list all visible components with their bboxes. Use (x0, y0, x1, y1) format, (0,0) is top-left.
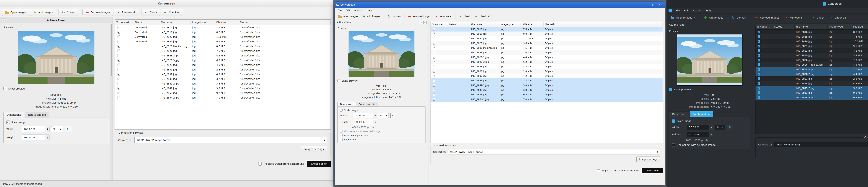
IMG_2821.jpg[interactable]: Converted IMG_2821.jpg jpg 9.6 MiB /User… (115, 39, 331, 44)
IMG_2828-3.jpg[interactable]: IMG_2828-3.jpg jpg 6.2 MiB /Users/faster… (115, 58, 331, 63)
IMG_2854-2.jpg[interactable]: IMG_2854-2.jpg jpg 7.0 MiB /home/faster/… (755, 67, 868, 72)
IMG_2816.jpg[interactable]: IMG_2816.jpg jpg 8.8 MiB /home/faster/Pi… (755, 30, 868, 34)
IMG_2821.jpg[interactable]: IMG_2821.jpg jpg 9.6 MiB /home/faster/Pi… (755, 44, 868, 48)
column-header[interactable]: File name (795, 24, 828, 30)
choose-color-button[interactable]: Choose color (642, 168, 663, 173)
row-checkbox[interactable] (757, 40, 761, 43)
menu-item[interactable]: Edit (344, 8, 352, 12)
IMG_2849.jpg[interactable]: IMG_2849.jpg jpg 3.8 MiB D:\pics (431, 87, 663, 92)
IMG_2826-Modifica.jpg[interactable]: IMG_2826-Modifica.jpg jpg 4.5 MiB /Users… (115, 44, 331, 48)
row-checkbox[interactable] (757, 73, 761, 75)
IMG_2853.jpg[interactable]: IMG_2853.jpg jpg 9.2 MiB /Users/faster/p… (115, 90, 331, 95)
option-row[interactable]: Link aspect with selected image (672, 143, 748, 147)
IMG_2849.jpg[interactable]: IMG_2849.jpg jpg 3.8 MiB /home/faster/Pi… (755, 53, 868, 58)
IMG_2820.jpg[interactable]: Converted IMG_2820.jpg jpg 10.0 MiB /Use… (115, 34, 331, 39)
option-checkbox[interactable] (340, 138, 342, 141)
add-images-button[interactable]: Add images (360, 13, 382, 20)
column-header[interactable]: File size (522, 22, 544, 27)
IMG_2849.jpg[interactable]: IMG_2849.jpg jpg 3.8 MiB /Users/faster/p… (115, 86, 331, 90)
row-checkbox[interactable] (757, 35, 761, 38)
spin-down-icon[interactable]: ▼ (711, 135, 712, 136)
remove-all-button[interactable]: Remove all (114, 9, 138, 16)
remove-images-button[interactable]: Remove images (83, 9, 113, 16)
close-panel-icon[interactable]: ✕ (424, 21, 427, 24)
column-header[interactable]: File size (852, 24, 868, 30)
height-spinbox[interactable]: 50.00 % ▲▼ (687, 132, 713, 137)
remove-all-button[interactable]: Remove all (782, 14, 806, 21)
IMG_2828-2.jpg[interactable]: IMG_2828-2.jpg jpg 4.4 MiB /Users/faster… (115, 53, 331, 58)
tab[interactable]: Dimensions (3, 112, 24, 118)
add-images-button[interactable]: Add images (30, 9, 55, 16)
show-preview-checkbox[interactable] (3, 87, 7, 90)
row-checkbox[interactable] (757, 96, 761, 99)
IMG_2849-2.jpg[interactable]: IMG_2849-2.jpg jpg 3.8 MiB /home/faster/… (755, 86, 868, 90)
format-select[interactable]: WEBP - (WebP Image Format)▼ (134, 137, 328, 143)
close-panel-icon[interactable]: ✕ (2, 18, 5, 22)
menu-item[interactable]: File (336, 8, 344, 12)
IMG_2828-3.jpg[interactable]: IMG_2828-3.jpg jpg 6.2 MiB D:\pics (431, 60, 663, 64)
width-spinbox[interactable]: 100.00 % ▲▼ (352, 113, 377, 118)
IMG_2828-2.jpg[interactable]: IMG_2828-2.jpg jpg 4.4 MiB /home/faster/… (755, 72, 868, 76)
unit-select[interactable]: %▼ (51, 126, 63, 132)
row-checkbox[interactable] (433, 51, 435, 54)
scale-image-checkbox[interactable] (672, 119, 675, 122)
IMG_2816.jpg[interactable]: IMG_2816.jpg jpg 8.8 MiB D:\pics (431, 32, 663, 36)
IMG_2815.jpg[interactable]: IMG_2815.jpg jpg 7.6 MiB D:\pics (431, 27, 663, 32)
maximize-button[interactable]: □ (648, 2, 655, 8)
convert-button[interactable]: Convert (727, 14, 749, 21)
row-checkbox[interactable] (433, 46, 435, 49)
row-checkbox[interactable] (118, 49, 120, 52)
row-checkbox[interactable] (757, 77, 761, 80)
row-checkbox[interactable] (757, 54, 761, 57)
column-header[interactable]: Status (133, 21, 159, 24)
row-checkbox[interactable] (757, 68, 761, 71)
row-checkbox[interactable] (118, 82, 120, 85)
IMG_2828.jpg[interactable]: IMG_2828.jpg jpg 4.3 MiB /home/faster/Pi… (755, 81, 868, 86)
IMG_2831.jpg[interactable]: IMG_2831.jpg jpg 2.8 MiB /home/faster/Pi… (755, 76, 868, 81)
minimize-button[interactable]: — (640, 2, 648, 8)
format-select[interactable]: WEBP - (WebP Image Format)▼ (448, 149, 660, 154)
tab[interactable]: Dimensions (338, 102, 356, 107)
row-checkbox[interactable] (433, 75, 435, 77)
remove-all-button[interactable]: Remove all (433, 13, 454, 20)
IMG_2828-2.jpg[interactable]: IMG_2828-2.jpg jpg 4.4 MiB D:\pics (431, 55, 663, 60)
height-spinbox[interactable]: 100.00 % ▲▼ (352, 120, 377, 124)
column-header[interactable]: Image type (828, 24, 852, 30)
IMG_2816.jpg[interactable]: Converted IMG_2816.jpg jpg 8.8 MiB /User… (115, 30, 331, 34)
titlebar[interactable]: Converseen —□✕ (335, 2, 665, 8)
row-checkbox[interactable] (118, 68, 120, 71)
tab[interactable]: Rotate and flip (25, 112, 49, 118)
IMG_2849-2.jpg[interactable]: IMG_2849-2.jpg jpg 3.8 MiB /Users/faster… (115, 81, 331, 86)
row-checkbox[interactable] (118, 26, 120, 29)
menu-item[interactable]: File (674, 8, 682, 13)
IMG_2835.jpg[interactable]: IMG_2835.jpg jpg 3.7 MiB /Users/faster/p… (115, 77, 331, 81)
row-checkbox[interactable] (118, 54, 120, 57)
scrollbar-thumb[interactable] (111, 24, 112, 76)
check-button[interactable]: Check (808, 14, 827, 21)
column-header[interactable]: To convert (431, 22, 447, 27)
row-checkbox[interactable] (433, 33, 435, 35)
check-all-button[interactable]: Check all (473, 13, 492, 20)
menu-item[interactable]: Help (365, 8, 374, 12)
row-checkbox[interactable] (433, 56, 435, 59)
show-preview-checkbox[interactable] (669, 88, 672, 91)
row-checkbox[interactable] (757, 59, 761, 62)
row-checkbox[interactable] (757, 87, 761, 89)
row-checkbox[interactable] (118, 73, 120, 76)
panel-scrollbar[interactable] (110, 24, 112, 180)
row-checkbox[interactable] (757, 91, 761, 94)
IMG_2831.jpg[interactable]: IMG_2831.jpg jpg 2.8 MiB D:\pics (431, 69, 663, 74)
check-all-button[interactable]: Check all (827, 14, 848, 21)
IMG_2815.jpg[interactable]: IMG_2815.jpg jpg 7.6 MiB /home/faster/Pi… (755, 34, 868, 39)
scale-image-checkbox[interactable] (6, 120, 10, 124)
IMG_2832.jpg[interactable]: IMG_2832.jpg jpg 4.2 MiB D:\pics (431, 74, 663, 78)
choose-color-button[interactable]: Choose color (307, 161, 331, 167)
row-checkbox[interactable] (118, 36, 120, 38)
IMG_2849-2.jpg[interactable]: IMG_2849-2.jpg jpg 3.8 MiB D:\pics (431, 83, 663, 87)
column-header[interactable]: File size (215, 21, 238, 24)
column-header[interactable]: To convert (115, 21, 133, 24)
row-checkbox[interactable] (118, 45, 120, 48)
row-checkbox[interactable] (433, 98, 435, 101)
IMG_2854-2.jpg[interactable]: IMG_2854-2.jpg jpg 7.0 MiB D:\pics (431, 97, 663, 102)
IMG_2820.jpg[interactable]: IMG_2820.jpg jpg 10.0 MiB D:\pics (431, 36, 663, 41)
